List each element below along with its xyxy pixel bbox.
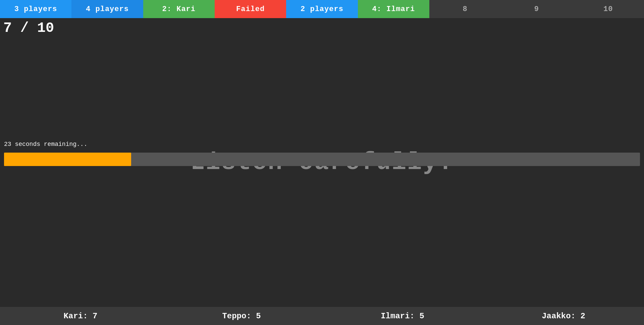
- player-score-1: Teppo: 5: [161, 312, 322, 321]
- tab-4[interactable]: 2 players: [286, 0, 358, 18]
- tab-0[interactable]: 3 players: [0, 0, 71, 18]
- player-score-2: Ilmari: 5: [322, 312, 483, 321]
- tab-1[interactable]: 4 players: [71, 0, 143, 18]
- tab-2[interactable]: 2: Kari: [143, 0, 215, 18]
- bottom-bar: Kari: 7Teppo: 5Ilmari: 5Jaakko: 2: [0, 307, 644, 325]
- player-score-0: Kari: 7: [0, 312, 161, 321]
- tab-8[interactable]: 10: [573, 0, 644, 18]
- score-display: 7 / 10: [3, 20, 54, 36]
- tab-6[interactable]: 8: [429, 0, 501, 18]
- progress-bar: [4, 153, 131, 166]
- tab-3[interactable]: Failed: [215, 0, 286, 18]
- tab-bar: 3 players4 players2: KariFailed2 players…: [0, 0, 644, 18]
- progress-container: [4, 153, 640, 166]
- tab-5[interactable]: 4: Ilmari: [358, 0, 429, 18]
- timer-text: 23 seconds remaining...: [4, 141, 87, 148]
- player-score-3: Jaakko: 2: [483, 312, 644, 321]
- tab-7[interactable]: 9: [501, 0, 572, 18]
